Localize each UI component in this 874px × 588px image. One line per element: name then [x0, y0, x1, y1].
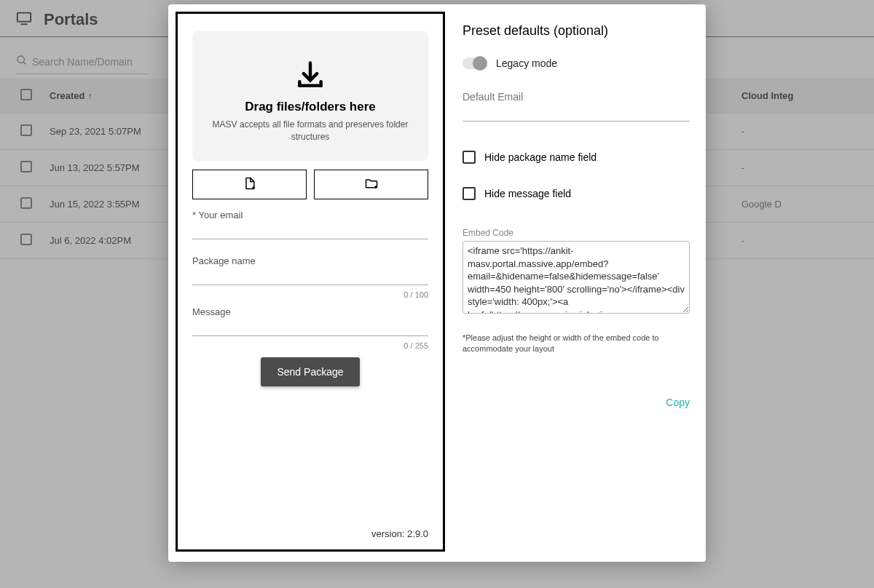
add-file-button[interactable]	[192, 170, 307, 199]
dropzone[interactable]: Drag files/folders here MASV accepts all…	[192, 31, 428, 161]
embed-code-textarea[interactable]: <iframe src='https://ankit-masv.portal.m…	[462, 241, 690, 314]
upload-preview: Drag files/folders here MASV accepts all…	[176, 12, 445, 552]
dropzone-subtitle: MASV accepts all file formats and preser…	[201, 119, 420, 143]
message-input[interactable]	[192, 317, 428, 336]
hide-package-label: Hide package name field	[484, 151, 597, 163]
package-input[interactable]	[192, 266, 428, 285]
hide-message-checkbox[interactable]	[462, 187, 476, 200]
embed-modal: Drag files/folders here MASV accepts all…	[168, 4, 706, 562]
add-folder-button[interactable]	[314, 170, 428, 199]
message-label: Message	[192, 306, 428, 317]
embed-note: *Please adjust the height or width of th…	[462, 333, 690, 354]
hide-package-checkbox[interactable]	[462, 151, 476, 164]
legacy-mode-label: Legacy mode	[496, 57, 557, 69]
default-email-input[interactable]	[462, 106, 690, 122]
default-email-label: Default Email	[462, 91, 690, 103]
package-label: Package name	[192, 255, 428, 266]
preset-panel: Preset defaults (optional) Legacy mode D…	[462, 12, 698, 552]
hide-message-label: Hide message field	[484, 188, 571, 199]
file-add-icon	[243, 176, 257, 193]
copy-button[interactable]: Copy	[462, 397, 690, 408]
folder-add-icon	[364, 176, 379, 193]
version-label: version: 2.9.0	[192, 528, 428, 539]
dropzone-title: Drag files/folders here	[201, 100, 420, 114]
email-label: * Your email	[192, 210, 428, 220]
modal-overlay: Drag files/folders here MASV accepts all…	[0, 0, 874, 588]
email-input[interactable]	[192, 220, 428, 239]
preset-title: Preset defaults (optional)	[462, 23, 690, 39]
embed-code-label: Embed Code	[462, 228, 690, 238]
message-counter: 0 / 255	[192, 341, 428, 350]
download-icon	[201, 59, 420, 94]
legacy-mode-toggle[interactable]	[462, 57, 486, 69]
send-package-button[interactable]: Send Package	[261, 357, 359, 386]
package-counter: 0 / 100	[192, 290, 428, 299]
